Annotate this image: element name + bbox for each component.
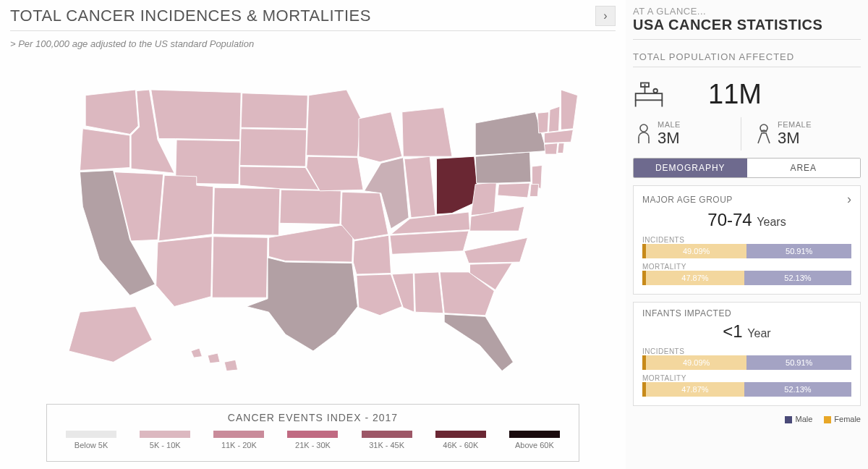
bar-seg-male: 50.91%	[746, 244, 851, 258]
cards-container: MAJOR AGE GROUP›70-74 YearsINCIDENTS49.0…	[633, 185, 861, 413]
state-NY[interactable]	[475, 112, 546, 156]
legend-label: 21K - 30K	[295, 441, 331, 449]
divider	[633, 67, 861, 67]
total-population-row: 11M	[633, 79, 861, 110]
state-WI[interactable]	[358, 112, 401, 162]
glance-title: USA CANCER STATISTICS	[633, 17, 861, 33]
state-NM[interactable]	[212, 237, 268, 297]
state-IN[interactable]	[404, 156, 435, 217]
collapse-sidebar-button[interactable]: ›	[595, 6, 616, 26]
state-ME[interactable]	[561, 90, 577, 130]
bar-label: INCIDENTS	[642, 236, 851, 244]
card-value: <1 Year	[642, 321, 851, 342]
state-HI[interactable]	[191, 348, 238, 371]
card-value: 70-74 Years	[642, 210, 851, 230]
state-CT[interactable]	[544, 143, 557, 154]
tab-area[interactable]: AREA	[747, 159, 861, 177]
bar-seg-female: 47.87%	[646, 271, 744, 285]
female-icon	[754, 123, 773, 145]
state-NH[interactable]	[548, 106, 559, 132]
us-choropleth-map[interactable]	[46, 73, 581, 384]
legend-item-5[interactable]: 46K - 60K	[435, 431, 486, 449]
main-panel: TOTAL CANCER INCIDENCES & MORTALITIES › …	[0, 0, 626, 469]
state-WV[interactable]	[471, 182, 496, 216]
legend-item-4[interactable]: 31K - 45K	[362, 431, 412, 449]
legend-item-3[interactable]: 21K - 30K	[287, 431, 338, 449]
bar-mortality: 47.87%52.13%	[642, 382, 851, 397]
card-major-age: MAJOR AGE GROUP›70-74 YearsINCIDENTS49.0…	[633, 185, 861, 295]
state-AZ[interactable]	[156, 237, 212, 307]
state-DE[interactable]	[529, 185, 538, 197]
legend-swatch	[213, 431, 264, 438]
state-OK[interactable]	[268, 225, 353, 262]
bar-label: MORTALITY	[642, 263, 851, 271]
state-MT[interactable]	[150, 90, 240, 140]
svg-point-6	[640, 124, 647, 132]
total-pop-label: TOTAL POPULATION AFFECTED	[633, 51, 861, 62]
state-MN[interactable]	[306, 90, 359, 156]
tab-demography[interactable]: DEMOGRAPHY	[634, 159, 747, 177]
legend-label: 5K - 10K	[150, 441, 181, 449]
page-title: TOTAL CANCER INCIDENCES & MORTALITIES	[10, 7, 595, 25]
bar-incidents: 49.09%50.91%	[642, 244, 851, 258]
svg-rect-0	[636, 93, 663, 100]
legend-label: 11K - 20K	[221, 441, 257, 449]
total-population-value: 11M	[708, 79, 762, 110]
divider	[10, 30, 616, 31]
state-WA[interactable]	[85, 90, 138, 134]
male-icon	[634, 123, 653, 145]
state-VT[interactable]	[537, 112, 548, 133]
state-RI[interactable]	[557, 143, 563, 153]
us-map-container	[10, 54, 616, 404]
legend-item-2[interactable]: 11K - 20K	[213, 431, 264, 449]
state-SD[interactable]	[239, 129, 306, 166]
sex-legend: Male Female	[633, 415, 861, 423]
hospital-bed-icon	[633, 80, 665, 109]
state-CO[interactable]	[213, 187, 279, 235]
state-UT[interactable]	[158, 175, 213, 241]
legend-item-1[interactable]: 5K - 10K	[140, 431, 190, 449]
legend-title: CANCER EVENTS INDEX - 2017	[54, 412, 571, 423]
state-NC[interactable]	[464, 237, 527, 263]
card-title: MAJOR AGE GROUP	[642, 195, 733, 205]
demography-area-tabs: DEMOGRAPHY AREA	[633, 158, 861, 178]
legend-item-6[interactable]: Above 60K	[509, 431, 560, 449]
chevron-right-icon[interactable]: ›	[847, 192, 851, 207]
state-TN[interactable]	[389, 231, 468, 254]
legend-swatch	[140, 431, 190, 438]
state-PA[interactable]	[475, 152, 531, 183]
page-subtitle: > Per 100,000 age adjusted to the US sta…	[10, 38, 616, 49]
male-cell: MALE 3M	[633, 117, 741, 151]
bar-incidents: 49.09%50.91%	[642, 355, 851, 370]
state-MD[interactable]	[497, 183, 529, 198]
state-KS[interactable]	[279, 190, 340, 224]
legend-swatch	[362, 431, 412, 438]
state-AK[interactable]	[69, 307, 152, 363]
female-label: FEMALE	[778, 120, 812, 129]
bar-seg-female: 47.87%	[646, 382, 744, 397]
legend-label: Below 5K	[75, 441, 108, 449]
legend-item-0[interactable]: Below 5K	[66, 431, 116, 449]
male-value: 3M	[658, 129, 681, 148]
bar-label: INCIDENTS	[642, 347, 851, 355]
state-FL[interactable]	[444, 314, 513, 371]
legend-swatch	[509, 431, 560, 438]
state-NE[interactable]	[239, 166, 318, 190]
legend-male: Male	[785, 415, 812, 423]
female-value: 3M	[778, 129, 812, 148]
legend-swatch	[435, 431, 486, 438]
male-label: MALE	[658, 120, 681, 129]
state-MO[interactable]	[341, 192, 388, 240]
female-cell: FEMALE 3M	[741, 117, 861, 151]
state-ND[interactable]	[241, 93, 307, 129]
legend-row: Below 5K5K - 10K11K - 20K21K - 30K31K - …	[54, 431, 571, 449]
side-panel: AT A GLANCE... USA CANCER STATISTICS TOT…	[626, 0, 868, 469]
state-OR[interactable]	[80, 129, 129, 171]
legend-label: 46K - 60K	[443, 441, 478, 449]
glance-eyebrow: AT A GLANCE...	[633, 6, 861, 17]
state-MI[interactable]	[401, 108, 451, 157]
card-infants: INFANTS IMPACTED<1 YearINCIDENTS49.09%50…	[633, 302, 861, 406]
state-AR[interactable]	[353, 235, 391, 274]
state-AL[interactable]	[414, 272, 443, 313]
legend-swatch	[66, 431, 116, 438]
